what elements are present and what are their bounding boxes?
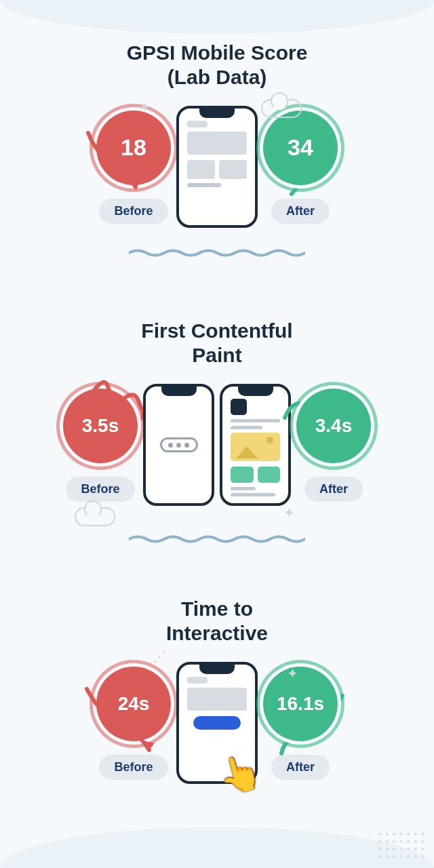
before-column: 18 Before [96, 111, 171, 224]
metric-row: 3.5s Before [0, 384, 434, 506]
after-label-pill: After [271, 755, 330, 780]
after-value: 3.4s [315, 415, 353, 437]
wavy-divider-icon [129, 248, 305, 258]
metric-row: 18 Before 34 After ✦ [0, 106, 434, 228]
before-value-badge: 18 [96, 111, 171, 185]
phone-loading-icon [143, 384, 214, 506]
before-column: 24s Before [96, 667, 171, 780]
before-column: 3.5s Before [63, 389, 138, 502]
after-column: 34 After [263, 111, 338, 224]
after-value-badge: 16.1s [263, 667, 338, 741]
after-label-pill: After [304, 477, 363, 502]
section-gpsi: GPSI Mobile Score (Lab Data) 18 Before [0, 41, 434, 258]
after-column: 16.1s After [263, 667, 338, 780]
before-value: 18 [121, 134, 146, 161]
before-label-pill: Before [99, 755, 167, 780]
phone-interactive-icon: 👆 [176, 662, 258, 784]
before-label-pill: Before [66, 477, 134, 502]
sparkle-icon: ✦ [287, 665, 298, 682]
before-value: 24s [118, 693, 150, 715]
sparkle-icon: ⋰ [153, 648, 166, 665]
cloud-icon [261, 99, 302, 118]
before-value: 3.5s [82, 415, 119, 437]
section-fcp: First Contentful Paint 3.5s Before [0, 319, 434, 544]
wavy-divider-icon [129, 534, 305, 544]
section-title: Time to Interactive [166, 597, 268, 646]
before-label-pill: Before [99, 199, 167, 224]
dot-grid-decoration [378, 833, 426, 860]
after-label-pill: After [271, 199, 330, 224]
before-value-badge: 3.5s [63, 389, 138, 463]
after-value: 34 [288, 134, 313, 161]
after-value: 16.1s [277, 693, 324, 715]
pointer-hand-icon: 👆 [213, 749, 267, 800]
cloud-icon [75, 507, 115, 526]
section-title: First Contentful Paint [141, 319, 292, 368]
sparkle-icon: ✦ [283, 505, 295, 521]
after-column: 3.4s After [296, 389, 371, 502]
top-wave-decoration [0, 0, 434, 34]
sparkle-icon: ✦ [139, 99, 151, 115]
metric-row: 24s Before 👆 16.1s After ⋰ ✦ [0, 662, 434, 784]
before-value-badge: 24s [96, 667, 171, 741]
phone-wireframe-icon [176, 106, 258, 228]
phone-loaded-icon [220, 384, 291, 506]
after-value-badge: 3.4s [296, 389, 371, 463]
bottom-wave-decoration [0, 827, 434, 868]
section-tti: Time to Interactive 24s Before 👆 16.1s [0, 597, 434, 784]
after-value-badge: 34 [263, 111, 338, 185]
phone-pair-icon [143, 384, 291, 506]
section-title: GPSI Mobile Score (Lab Data) [127, 41, 308, 90]
